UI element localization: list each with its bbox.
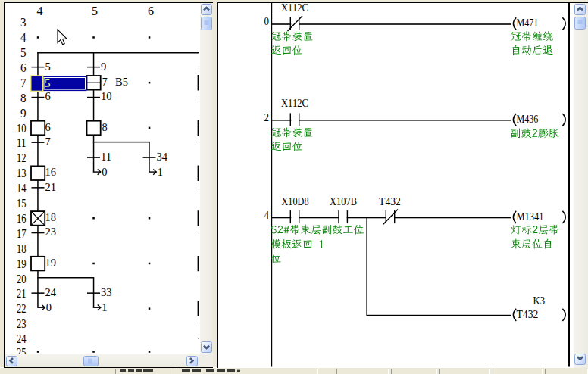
svg-text:6: 6 [148, 5, 154, 17]
svg-text:2: 2 [264, 112, 270, 123]
svg-text:22: 22 [17, 302, 27, 315]
svg-text:16: 16 [45, 166, 57, 178]
svg-text:X10D8: X10D8 [282, 196, 309, 207]
svg-text:3: 3 [20, 16, 27, 29]
svg-text:7: 7 [102, 76, 108, 88]
svg-text:12: 12 [17, 151, 27, 164]
svg-text:24: 24 [45, 286, 57, 298]
svg-text:4: 4 [20, 31, 27, 44]
svg-text:25: 25 [17, 346, 27, 359]
svg-text:0: 0 [264, 16, 270, 27]
svg-text:11: 11 [101, 151, 111, 163]
svg-text:13: 13 [17, 167, 27, 179]
svg-text:X112C: X112C [281, 98, 308, 109]
svg-text:T432: T432 [379, 196, 401, 207]
svg-text:10: 10 [17, 122, 27, 135]
svg-text:17: 17 [17, 227, 27, 240]
svg-text:8: 8 [20, 92, 27, 104]
svg-text:21: 21 [45, 181, 57, 193]
svg-text:9: 9 [20, 107, 27, 120]
svg-text:8: 8 [102, 121, 108, 133]
svg-text:18: 18 [17, 242, 27, 255]
svg-text:5: 5 [20, 46, 27, 59]
svg-text:6: 6 [45, 90, 51, 102]
svg-text:14: 14 [17, 182, 27, 195]
svg-text:B5: B5 [115, 76, 128, 88]
svg-text:1: 1 [158, 166, 163, 178]
svg-text:6: 6 [45, 121, 51, 133]
svg-text:T432: T432 [517, 309, 539, 320]
svg-text:M471: M471 [517, 17, 539, 29]
svg-text:15: 15 [17, 197, 27, 210]
svg-text:X107B: X107B [330, 196, 357, 207]
svg-text:9: 9 [101, 61, 106, 73]
svg-text:34: 34 [157, 151, 168, 163]
svg-text:0: 0 [102, 166, 107, 178]
svg-text:7: 7 [45, 136, 51, 148]
svg-text:11: 11 [17, 136, 27, 149]
svg-text:X112C: X112C [281, 2, 308, 14]
svg-text:24: 24 [17, 332, 27, 345]
svg-text:23: 23 [45, 226, 57, 238]
svg-text:M436: M436 [517, 114, 539, 125]
svg-text:M1341: M1341 [517, 211, 544, 223]
svg-text:19: 19 [45, 257, 57, 269]
svg-text:4: 4 [264, 210, 270, 221]
svg-text:18: 18 [45, 211, 57, 223]
svg-text:10: 10 [101, 90, 112, 102]
svg-text:4: 4 [37, 5, 43, 17]
svg-text:5: 5 [45, 61, 51, 73]
svg-text:6: 6 [20, 61, 27, 74]
svg-text:1: 1 [102, 301, 107, 313]
svg-text:20: 20 [17, 273, 27, 285]
svg-text:21: 21 [17, 287, 27, 300]
svg-text:19: 19 [17, 257, 27, 270]
svg-text:K3: K3 [533, 295, 546, 307]
svg-text:0: 0 [46, 301, 52, 313]
svg-text:7: 7 [20, 76, 27, 89]
svg-text:23: 23 [17, 317, 27, 330]
svg-text:5: 5 [92, 5, 98, 17]
svg-text:5: 5 [45, 77, 51, 89]
svg-text:16: 16 [17, 212, 27, 225]
svg-text:33: 33 [101, 286, 112, 298]
